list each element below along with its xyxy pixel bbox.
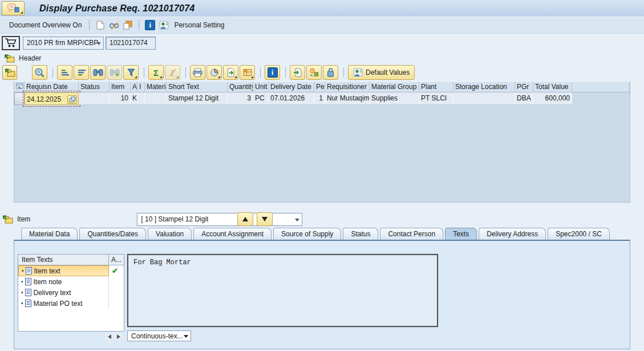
item-label: Item — [17, 215, 30, 223]
column-header-quantity[interactable]: Quantity — [228, 82, 253, 92]
cell-short-text[interactable]: Stampel 12 Digit — [167, 92, 228, 105]
find-next-button[interactable] — [107, 65, 122, 80]
copy-item-button[interactable] — [290, 65, 305, 80]
column-header-storage-location[interactable]: Storage Location — [453, 82, 515, 92]
cell-requisitioner[interactable]: Nur Mustaqim — [325, 92, 370, 105]
document-type-select[interactable]: 2010 PR frm MRP/CBP — [23, 37, 104, 50]
column-header-i[interactable]: I — [137, 82, 145, 92]
cell-material-group[interactable]: Supplies — [370, 92, 419, 105]
column-header-requisn-date[interactable]: Requisn Date — [25, 82, 79, 92]
column-header-unit[interactable]: Unit — [253, 82, 269, 92]
cell-material[interactable] — [145, 92, 167, 105]
cell-a[interactable]: K — [131, 92, 137, 105]
cell-storage-location[interactable] — [453, 92, 515, 105]
document-number-field[interactable]: 1021017074 — [106, 37, 156, 50]
find-button[interactable] — [90, 65, 106, 80]
column-header-material-group[interactable]: Material Group — [370, 82, 419, 92]
cell-pgr[interactable]: DBA — [515, 92, 533, 105]
sort-ascending-button[interactable] — [57, 65, 72, 80]
collapse-items-button[interactable] — [2, 65, 17, 80]
other-document-button[interactable] — [121, 19, 135, 31]
cell-requisn-date[interactable]: 24.12.2025 — [25, 92, 79, 105]
column-header-item[interactable]: Item — [110, 82, 131, 92]
bullet-icon: • — [21, 289, 23, 296]
cell-delivery-date[interactable]: 07.01.2026 — [269, 92, 314, 105]
column-header-delivery-date[interactable]: Delivery Date — [269, 82, 314, 92]
scroll-left-button[interactable] — [106, 332, 114, 341]
scroll-right-button[interactable] — [115, 332, 123, 341]
tab-contact-person[interactable]: Contact Person — [380, 228, 443, 240]
column-header-requisitioner[interactable]: Requisitioner — [325, 82, 370, 92]
display-change-button[interactable] — [107, 19, 121, 31]
table-row[interactable]: 24.12.2025 10 K Stampel 12 Digit 3 PC 07… — [14, 92, 630, 105]
sort-descending-button[interactable] — [74, 65, 89, 80]
default-values-button[interactable]: Default Values — [348, 65, 415, 80]
total-button[interactable]: Σ — [148, 65, 164, 80]
views-button[interactable] — [206, 65, 222, 80]
cell-total-value[interactable]: 600,000 — [533, 92, 572, 105]
text-editor[interactable]: For Bag Mortar — [127, 254, 438, 327]
document-overview-button[interactable]: Document Overview On — [6, 21, 85, 29]
column-header-material[interactable]: Material — [145, 82, 167, 92]
gui-services-button[interactable] — [2, 1, 25, 15]
next-item-button[interactable] — [257, 212, 273, 226]
tab-status[interactable]: Status — [343, 228, 378, 240]
list-item-item-text[interactable]: • Item text ✔ — [18, 265, 124, 276]
check-status-button[interactable] — [306, 65, 322, 80]
list-item-delivery-text[interactable]: • Delivery text — [18, 287, 124, 298]
cell-per[interactable]: 1 — [314, 92, 325, 105]
folder-arrow-icon — [5, 68, 15, 77]
text-format-value: Continuous-tex... — [131, 332, 183, 340]
collapse-item-detail-button[interactable] — [2, 215, 13, 224]
list-item-material-po-text[interactable]: • Material PO text — [18, 298, 124, 309]
cell-quantity[interactable]: 3 — [228, 92, 253, 105]
expand-header-button[interactable] — [4, 54, 15, 63]
filter-button[interactable] — [123, 65, 139, 80]
column-header-pgr[interactable]: PGr — [515, 82, 533, 92]
details-button[interactable] — [32, 65, 47, 80]
column-header-total-value[interactable]: Total Value — [533, 82, 572, 92]
layout-button[interactable] — [240, 65, 255, 80]
tab-spec2000-sc[interactable]: Spec2000 / SC — [548, 228, 610, 240]
column-header-a[interactable]: A — [131, 82, 137, 92]
speech-bubble-icon — [7, 3, 19, 13]
page-green-arrow-icon — [293, 68, 302, 77]
personal-setting-label[interactable]: Personal Setting — [171, 21, 228, 29]
tab-quantities-dates[interactable]: Quantities/Dates — [79, 228, 146, 240]
header-label[interactable]: Header — [19, 54, 41, 62]
list-item-item-note[interactable]: • Item note — [18, 276, 124, 287]
tab-material-data[interactable]: Material Data — [21, 228, 78, 240]
item-help-button[interactable]: i — [265, 65, 280, 80]
row-select-button[interactable] — [14, 92, 25, 105]
export-button[interactable] — [223, 65, 238, 80]
tab-valuation[interactable]: Valuation — [148, 228, 192, 240]
item-select[interactable]: [ 10 ] Stampel 12 Digit — [137, 213, 302, 226]
grid-header-row: Requisn Date Status Item A I Material Sh… — [14, 82, 630, 92]
tab-delivery-address[interactable]: Delivery Address — [479, 228, 546, 240]
cell-plant[interactable]: PT SLCI — [419, 92, 453, 105]
create-document-button[interactable] — [94, 19, 107, 31]
item-detail-tabs: Material Data Quantities/Dates Valuation… — [14, 227, 630, 240]
subtotal-button[interactable]: Σ — [165, 65, 180, 80]
select-all-button[interactable] — [14, 82, 25, 92]
column-header-per[interactable]: Per — [314, 82, 325, 92]
tab-source-of-supply[interactable]: Source of Supply — [273, 228, 341, 240]
cell-unit[interactable]: PC — [253, 92, 269, 105]
tab-texts[interactable]: Texts — [445, 228, 477, 240]
tab-account-assignment[interactable]: Account Assignment — [193, 228, 272, 240]
column-header-short-text[interactable]: Short Text — [167, 82, 228, 92]
cell-status[interactable] — [79, 92, 110, 105]
cell-item[interactable]: 10 — [110, 92, 131, 105]
text-format-select[interactable]: Continuous-tex... — [127, 330, 191, 341]
print-button[interactable] — [190, 65, 205, 80]
date-detail-button[interactable] — [67, 95, 77, 104]
help-button[interactable]: i — [143, 19, 157, 31]
services-for-object-button[interactable] — [323, 65, 338, 80]
cart-button[interactable] — [2, 36, 20, 50]
personal-setting-button[interactable] — [157, 19, 171, 31]
column-header-status[interactable]: Status — [79, 82, 110, 92]
previous-item-button[interactable] — [237, 212, 253, 226]
column-header-plant[interactable]: Plant — [419, 82, 453, 92]
cell-i[interactable] — [137, 92, 145, 105]
sort-ascending-icon — [60, 68, 70, 77]
